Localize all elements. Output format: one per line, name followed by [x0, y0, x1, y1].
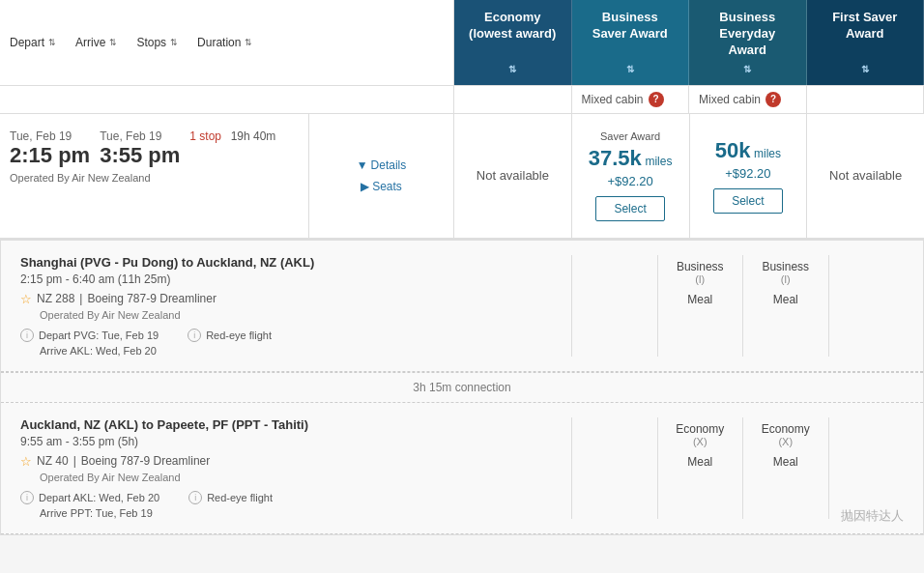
- sort-duration[interactable]: Duration ⇅: [197, 36, 252, 49]
- segment-1-operated: Operated By Air New Zealand: [40, 309, 562, 321]
- mixed-cabin-row: Mixed cabin ? Mixed cabin ?: [0, 86, 924, 114]
- sort-stops[interactable]: Stops ⇅: [136, 36, 178, 49]
- segment-1-redeye: i Red-eye flight: [188, 329, 272, 342]
- flight-times-depart: Tue, Feb 19 2:15 pm Tue, Feb 19 3:55 pm …: [10, 129, 299, 168]
- segment-2-fares: Economy (X) Meal Economy (X) Meal: [571, 417, 913, 519]
- segment-1-depart-arrive: i Depart PVG: Tue, Feb 19 i Red-eye flig…: [20, 329, 562, 342]
- segment-2-depart-arrive: i Depart AKL: Wed, Feb 20 i Red-eye flig…: [20, 491, 562, 504]
- col-economy-title: Economy (lowest award): [466, 10, 560, 43]
- col-economy-arrows[interactable]: ⇅: [508, 63, 516, 75]
- segment-1-redeye-text: Red-eye flight: [206, 329, 272, 341]
- mixed-cabin-business-saver: Mixed cabin ?: [572, 86, 690, 113]
- segment-2-redeye: i Red-eye flight: [188, 491, 273, 504]
- sort-depart[interactable]: Depart ⇅: [10, 36, 56, 49]
- sort-arrive[interactable]: Arrive ⇅: [75, 36, 117, 49]
- seg2-be-meal: Meal: [773, 455, 798, 469]
- segment-1: Shanghai (PVG - Pu Dong) to Auckland, NZ…: [1, 241, 923, 372]
- col-business-saver-title: Business Saver Award: [584, 10, 678, 43]
- details-label: Details: [371, 158, 407, 172]
- sort-stops-arrows: ⇅: [170, 38, 178, 47]
- be-select-button[interactable]: Select: [713, 188, 782, 214]
- segment-1-route: Shanghai (PVG - Pu Dong) to Auckland, NZ…: [20, 255, 562, 270]
- bs-miles: 37.5k: [589, 146, 642, 170]
- mixed-cabin-bs-info[interactable]: ?: [649, 92, 664, 107]
- saver-award-label: Saver Award: [600, 130, 660, 142]
- seg1-first-cell: [828, 255, 914, 357]
- star-icon-2: ☆: [20, 454, 32, 469]
- mixed-cabin-be-label: Mixed cabin: [699, 93, 761, 106]
- segment-2: Auckland, NZ (AKL) to Papeete, PF (PPT -…: [1, 403, 923, 534]
- seg2-bs-cell: Economy (X) Meal: [657, 417, 743, 519]
- segment-1-arrive: Arrive AKL: Wed, Feb 20: [20, 345, 562, 357]
- flight-stops: 1 stop: [189, 129, 221, 143]
- info-icon-depart2: i: [20, 491, 34, 504]
- seats-button[interactable]: ▶ Seats: [361, 180, 402, 193]
- sort-controls: Depart ⇅ Arrive ⇅ Stops ⇅ Duration ⇅: [0, 0, 454, 85]
- seg2-bs-meal: Meal: [687, 455, 712, 469]
- flight-row: Tue, Feb 19 2:15 pm Tue, Feb 19 3:55 pm …: [0, 114, 924, 240]
- be-surcharge: +$92.20: [725, 166, 770, 181]
- segment-2-separator: |: [73, 454, 76, 468]
- mixed-cabin-bs-label: Mixed cabin: [582, 93, 644, 106]
- segment-2-aircraft: ☆ NZ 40 | Boeing 787-9 Dreamliner: [20, 454, 562, 469]
- seg1-bs-cell: Business (l) Meal: [657, 255, 743, 357]
- seg1-bs-meal: Meal: [687, 293, 712, 306]
- mixed-cabin-be-info[interactable]: ?: [765, 92, 781, 107]
- segment-2-times: 9:55 am - 3:55 pm (5h): [20, 435, 562, 448]
- segment-2-plane: Boeing 787-9 Dreamliner: [81, 454, 210, 468]
- seg1-be-class: Business: [762, 260, 809, 273]
- seg1-be-meal: Meal: [773, 293, 798, 306]
- seg2-bs-class: Economy: [676, 422, 724, 436]
- be-miles-row: 50k miles: [715, 138, 781, 163]
- col-business-everyday: Business Everyday Award ⇅: [689, 0, 807, 85]
- be-miles: 50k: [715, 138, 751, 162]
- bs-select-button[interactable]: Select: [595, 196, 664, 221]
- seg2-first-cell: [828, 417, 914, 519]
- seg1-bs-class: Business: [677, 260, 724, 273]
- details-button[interactable]: ▼ Details: [357, 158, 407, 172]
- segment-1-depart-text: Depart PVG: Tue, Feb 19: [39, 329, 159, 341]
- col-first-saver-arrows[interactable]: ⇅: [861, 63, 869, 75]
- be-miles-unit: miles: [754, 147, 781, 160]
- sort-arrive-arrows: ⇅: [109, 38, 117, 47]
- segment-1-arrive-text: Arrive AKL: Wed, Feb 20: [40, 345, 157, 357]
- chevron-down-icon: ▼: [357, 158, 368, 172]
- sort-stops-label: Stops: [136, 36, 166, 49]
- flight-actions: ▼ Details ▶ Seats: [309, 114, 454, 238]
- arrive-time: 3:55 pm: [100, 143, 180, 168]
- col-economy: Economy (lowest award) ⇅: [454, 0, 572, 85]
- connection-row: 3h 15m connection: [1, 372, 923, 403]
- segment-2-depart-text: Depart AKL: Wed, Feb 20: [39, 492, 159, 503]
- col-business-everyday-title: Business Everyday Award: [701, 10, 794, 59]
- segment-1-separator: |: [79, 292, 82, 305]
- seg2-be-class: Economy: [762, 422, 810, 436]
- details-section: Shanghai (PVG - Pu Dong) to Auckland, NZ…: [0, 240, 924, 535]
- chevron-right-icon: ▶: [361, 180, 369, 193]
- star-icon: ☆: [20, 292, 32, 306]
- bs-miles-row: 37.5k miles: [589, 146, 673, 171]
- segment-2-arrive-text: Arrive PPT: Tue, Feb 19: [40, 507, 153, 519]
- sort-duration-label: Duration: [197, 36, 241, 49]
- col-business-saver-arrows[interactable]: ⇅: [626, 63, 634, 75]
- seg2-economy-cell: [571, 417, 657, 519]
- col-first-saver: First Saver Award ⇅: [807, 0, 925, 85]
- segment-2-route: Auckland, NZ (AKL) to Papeete, PF (PPT -…: [20, 417, 562, 432]
- seg2-be-sub: (X): [778, 436, 793, 447]
- depart-time: 2:15 pm: [10, 143, 90, 168]
- flight-info: Tue, Feb 19 2:15 pm Tue, Feb 19 3:55 pm …: [0, 114, 309, 238]
- bs-surcharge: +$92.20: [607, 174, 652, 188]
- segment-2-operated: Operated By Air New Zealand: [40, 472, 562, 483]
- segment-2-arrive: Arrive PPT: Tue, Feb 19: [20, 507, 562, 519]
- col-business-everyday-arrows[interactable]: ⇅: [743, 63, 751, 75]
- col-business-saver: Business Saver Award ⇅: [572, 0, 690, 85]
- connection-text: 3h 15m connection: [413, 381, 510, 394]
- bs-select-label: Select: [614, 202, 646, 215]
- watermark: 抛因特达人: [841, 507, 904, 525]
- segment-2-depart: i Depart AKL: Wed, Feb 20: [20, 491, 159, 504]
- sort-depart-label: Depart: [10, 36, 44, 49]
- operated-by: Operated By Air New Zealand: [10, 172, 299, 184]
- mixed-cabin-business-everyday: Mixed cabin ?: [689, 86, 807, 113]
- mixed-cabin-first: [807, 86, 925, 113]
- segment-1-depart: i Depart PVG: Tue, Feb 19: [20, 329, 159, 342]
- seats-label: Seats: [372, 180, 402, 193]
